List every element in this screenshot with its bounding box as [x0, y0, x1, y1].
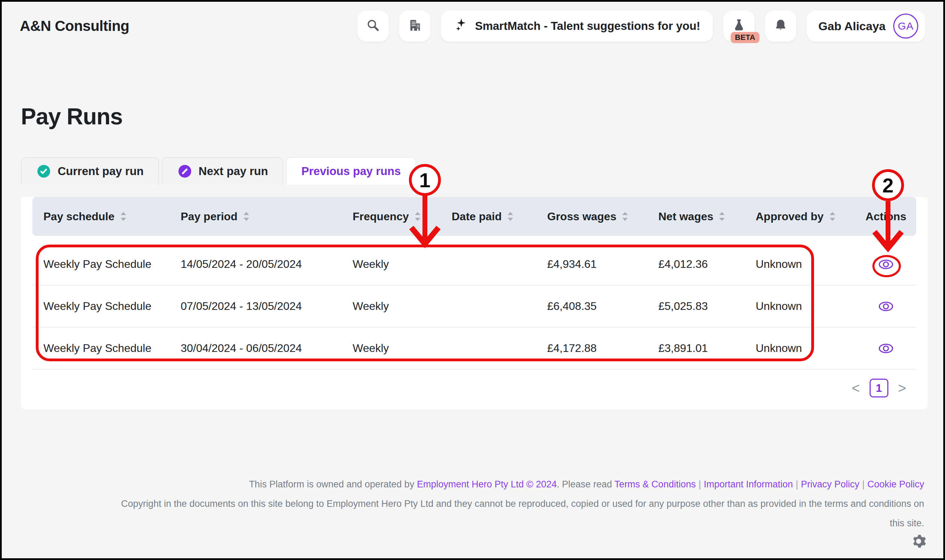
user-name: Gab Alicaya [819, 20, 886, 33]
column-header-approved-by[interactable]: Approved by [756, 210, 860, 223]
net-wages-cell: £5,025.83 [659, 300, 756, 313]
pay-period-cell: 07/05/2024 - 13/05/2024 [181, 300, 352, 313]
user-menu-button[interactable]: Gab Alicaya GA [807, 11, 925, 42]
column-header-pay-period[interactable]: Pay period [181, 210, 352, 223]
beta-labs-button[interactable]: BETA [723, 11, 755, 42]
table-header-row: Pay schedule Pay period Frequency Date p… [32, 197, 916, 236]
sort-icon[interactable] [829, 211, 836, 222]
sort-icon[interactable] [621, 211, 629, 222]
footer-line-3: this site. [2, 514, 924, 533]
footer: This Platform is owned and operated by E… [2, 475, 943, 533]
settings-gear-button[interactable] [911, 533, 927, 551]
check-circle-icon [36, 164, 51, 179]
privacy-policy-link[interactable]: Privacy Policy [801, 479, 859, 489]
building-icon [407, 18, 422, 34]
top-bar: A&N Consulting [2, 2, 943, 44]
tab-current-pay-run[interactable]: Current pay run [21, 157, 159, 185]
avatar: GA [893, 14, 918, 38]
eye-icon [878, 308, 894, 313]
sort-icon[interactable] [718, 211, 726, 222]
gross-wages-cell: £4,172.88 [547, 342, 659, 355]
pay-runs-card: Pay schedule Pay period Frequency Date p… [21, 197, 928, 409]
page-title: Pay Runs [21, 102, 943, 131]
view-pay-run-button[interactable] [878, 300, 894, 312]
column-header-date-paid[interactable]: Date paid [452, 210, 547, 223]
current-page-button[interactable]: 1 [870, 378, 888, 397]
pagination: < 1 > [21, 378, 906, 397]
column-header-gross-wages[interactable]: Gross wages [547, 210, 659, 223]
tab-label: Current pay run [58, 165, 144, 178]
column-header-net-wages[interactable]: Net wages [659, 210, 756, 223]
pay-period-cell: 30/04/2024 - 06/05/2024 [181, 342, 352, 355]
net-wages-cell: £3,891.01 [659, 342, 756, 355]
payroll-app-screen: A&N Consulting [0, 0, 945, 560]
pay-schedule-cell: Weekly Pay Schedule [43, 342, 181, 355]
pencil-circle-icon [177, 164, 192, 179]
pay-period-cell: 14/05/2024 - 20/05/2024 [181, 258, 352, 271]
column-header-actions: Actions [860, 210, 912, 223]
footer-line-1: This Platform is owned and operated by E… [2, 475, 924, 494]
previous-page-button[interactable]: < [851, 380, 860, 396]
tab-label: Next pay run [199, 165, 268, 178]
view-pay-run-button[interactable] [878, 258, 894, 270]
beta-badge: BETA [731, 32, 759, 43]
column-header-pay-schedule[interactable]: Pay schedule [43, 210, 181, 223]
approved-by-cell: Unknown [756, 258, 860, 271]
employment-hero-link[interactable]: Employment Hero Pty Ltd © 2024 [417, 479, 557, 489]
sort-icon[interactable] [506, 211, 514, 222]
tab-previous-pay-runs[interactable]: Previous pay runs [286, 157, 416, 185]
top-actions: SmartMatch - Talent suggestions for you!… [357, 11, 925, 42]
pay-schedule-cell: Weekly Pay Schedule [43, 300, 181, 313]
column-header-frequency[interactable]: Frequency [352, 210, 452, 223]
pay-run-tabs: Current pay run Next pay run Previous pa… [21, 157, 943, 185]
organisation-button[interactable] [399, 11, 431, 42]
sparkle-icon [453, 17, 468, 35]
table-row: Weekly Pay Schedule 14/05/2024 - 20/05/2… [32, 243, 916, 286]
eye-icon [878, 266, 894, 271]
tab-next-pay-run[interactable]: Next pay run [162, 157, 283, 185]
search-icon [365, 18, 381, 34]
table-row: Weekly Pay Schedule 07/05/2024 - 13/05/2… [32, 286, 916, 328]
notifications-button[interactable] [765, 11, 796, 42]
frequency-cell: Weekly [352, 342, 452, 355]
cookie-policy-link[interactable]: Cookie Policy [867, 479, 924, 489]
terms-conditions-link[interactable]: Terms & Conditions [615, 479, 696, 489]
table-row: Weekly Pay Schedule 30/04/2024 - 06/05/2… [32, 328, 916, 370]
company-name: A&N Consulting [20, 18, 129, 34]
sort-icon[interactable] [120, 211, 127, 222]
approved-by-cell: Unknown [756, 342, 860, 355]
sort-icon[interactable] [243, 211, 250, 222]
footer-line-2: Copyright in the documents on this site … [2, 494, 924, 514]
eye-icon [878, 350, 894, 355]
bell-icon [773, 18, 788, 34]
gross-wages-cell: £6,408.35 [547, 300, 659, 313]
sort-icon[interactable] [414, 211, 422, 222]
frequency-cell: Weekly [352, 258, 452, 271]
important-information-link[interactable]: Important Information [704, 479, 793, 489]
approved-by-cell: Unknown [756, 300, 860, 313]
smartmatch-banner-button[interactable]: SmartMatch - Talent suggestions for you! [441, 11, 713, 42]
smartmatch-label: SmartMatch - Talent suggestions for you! [475, 20, 700, 33]
tab-label: Previous pay runs [301, 165, 400, 178]
pay-schedule-cell: Weekly Pay Schedule [43, 258, 181, 271]
frequency-cell: Weekly [352, 300, 452, 313]
gear-icon [911, 545, 927, 550]
net-wages-cell: £4,012.36 [659, 258, 756, 271]
search-button[interactable] [357, 11, 389, 42]
table-body: Weekly Pay Schedule 14/05/2024 - 20/05/2… [21, 243, 928, 370]
view-pay-run-button[interactable] [878, 343, 894, 354]
next-page-button[interactable]: > [898, 380, 906, 396]
gross-wages-cell: £4,934.61 [547, 258, 659, 271]
